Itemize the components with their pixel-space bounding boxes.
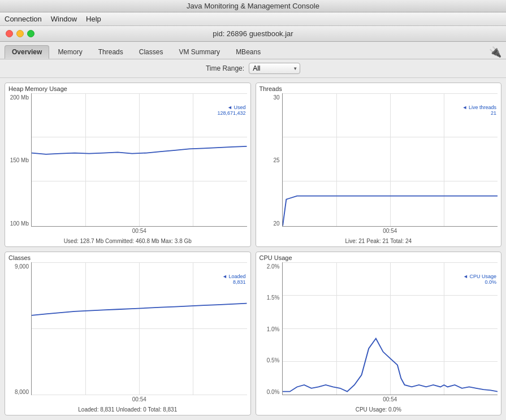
window-title: pid: 26896 guestbook.jar (213, 29, 293, 38)
cpu-usage-title: CPU Usage (260, 254, 498, 261)
cpu-usage-legend: ◄ CPU Usage 0.0% (463, 274, 496, 285)
window-titlebar: pid: 26896 guestbook.jar (0, 26, 506, 42)
threads-chart-body: ◄ Live threads 21 00:54 (282, 93, 498, 227)
main-content: Heap Memory Usage 200 Mb 150 Mb 100 Mb (0, 78, 506, 420)
maximize-button[interactable] (27, 30, 34, 37)
heap-memory-chart-body: ◄ Used 128,671,432 00:54 (31, 93, 247, 227)
system-title-bar: Java Monitoring & Management Console (0, 0, 506, 12)
classes-x-label: 00:54 (132, 396, 146, 402)
menu-help[interactable]: Help (86, 15, 101, 23)
toolbar: Time Range: All Last 1 min Last 5 min La… (0, 59, 506, 78)
minimize-button[interactable] (16, 30, 24, 37)
tab-mbeans[interactable]: MBeans (228, 45, 268, 59)
threads-title: Threads (260, 85, 498, 92)
main-window: pid: 26896 guestbook.jar Overview Memory… (0, 26, 506, 420)
tab-classes[interactable]: Classes (132, 45, 171, 59)
tab-memory[interactable]: Memory (50, 45, 89, 59)
tab-threads[interactable]: Threads (91, 45, 131, 59)
cpu-usage-footer: CPU Usage: 0.0% (260, 405, 498, 413)
tab-vm-summary[interactable]: VM Summary (171, 45, 227, 59)
classes-footer: Loaded: 8,831 Unloaded: 0 Total: 8,831 (8, 405, 247, 413)
window-buttons (6, 30, 34, 37)
classes-title: Classes (8, 254, 247, 261)
threads-chart-area: 30 25 20 (260, 93, 498, 236)
tab-overview[interactable]: Overview (5, 45, 49, 59)
heap-memory-x-label: 00:54 (132, 228, 146, 234)
cpu-usage-y-axis: 2.0% 1.5% 1.0% 0.5% 0.0% (260, 262, 282, 405)
cpu-usage-chart-area: 2.0% 1.5% 1.0% 0.5% 0.0% (260, 262, 498, 405)
classes-line (32, 262, 247, 395)
close-button[interactable] (6, 30, 13, 37)
threads-footer: Live: 21 Peak: 21 Total: 24 (260, 237, 498, 244)
heap-memory-y-axis: 200 Mb 150 Mb 100 Mb (8, 93, 31, 236)
classes-panel: Classes 9,000 8,000 (5, 252, 251, 416)
classes-chart-area: 9,000 8,000 (8, 262, 247, 405)
time-range-label: Time Range: (206, 64, 244, 72)
threads-y-axis: 30 25 20 (260, 93, 282, 236)
heap-memory-legend: ◄ Used 128,671,432 (217, 105, 245, 116)
threads-legend: ◄ Live threads 21 (462, 105, 496, 116)
time-range-select-wrap: All Last 1 min Last 5 min Last 10 min La… (249, 63, 300, 74)
heap-memory-title: Heap Memory Usage (8, 85, 247, 92)
time-range-select[interactable]: All Last 1 min Last 5 min Last 10 min La… (249, 63, 300, 74)
threads-panel: Threads 30 25 20 (256, 83, 502, 247)
plugin-icon: 🔌 (489, 46, 501, 58)
heap-memory-line (32, 93, 247, 226)
heap-memory-footer: Used: 128.7 Mb Committed: 460.8 Mb Max: … (8, 237, 247, 244)
tabs-left: Overview Memory Threads Classes VM Summa… (5, 45, 268, 59)
cpu-usage-panel: CPU Usage 2.0% 1.5% 1.0% 0.5% 0.0% (256, 252, 502, 416)
menu-connection[interactable]: Connection (5, 15, 42, 23)
threads-x-label: 00:54 (383, 228, 397, 234)
classes-legend: ◄ Loaded 8,831 (222, 274, 245, 285)
classes-chart-body: ◄ Loaded 8,831 00:54 (31, 262, 247, 396)
cpu-usage-chart-body: ◄ CPU Usage 0.0% 00:54 (282, 262, 498, 396)
heap-memory-chart-area: 200 Mb 150 Mb 100 Mb (8, 93, 247, 236)
tabs-bar: Overview Memory Threads Classes VM Summa… (0, 42, 506, 59)
classes-y-axis: 9,000 8,000 (8, 262, 31, 405)
heap-memory-panel: Heap Memory Usage 200 Mb 150 Mb 100 Mb (5, 83, 251, 247)
menu-window[interactable]: Window (51, 15, 77, 23)
cpu-usage-x-label: 00:54 (383, 396, 397, 402)
app-title: Java Monitoring & Management Console (187, 2, 319, 10)
menu-bar: Connection Window Help (0, 12, 506, 26)
